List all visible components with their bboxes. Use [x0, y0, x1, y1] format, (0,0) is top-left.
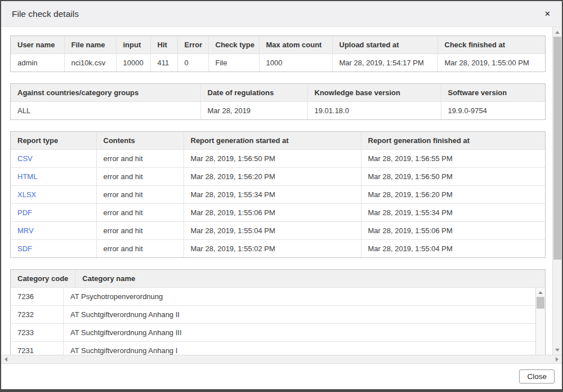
cell-category-code: 7233 — [11, 324, 64, 341]
report-link-sdf[interactable]: SDF — [17, 244, 32, 253]
table-header-row: Report type Contents Report generation s… — [11, 132, 545, 150]
column-header-max-atom-count: Max atom count — [259, 36, 332, 54]
report-link-csv[interactable]: CSV — [17, 154, 33, 163]
column-header-check-finished: Check finished at — [437, 36, 545, 54]
cell-category-name: AT Suchtgiftverordnung Anhang I — [64, 342, 535, 355]
column-header-input: input — [116, 36, 150, 54]
cell-report-finished: Mar 28, 2019, 1:56:55 PM — [361, 150, 545, 168]
cell-report-finished: Mar 28, 2019, 1:55:06 PM — [361, 222, 545, 240]
table-header-row: Against countries/category groups Date o… — [11, 84, 545, 102]
scroll-up-icon[interactable] — [553, 28, 562, 37]
cell-report-finished: Mar 28, 2019, 1:55:04 PM — [361, 240, 545, 258]
category-row: 7233 AT Suchtgiftverordnung Anhang III — [11, 323, 535, 341]
close-icon[interactable]: ✕ — [542, 8, 553, 20]
column-header-category-name: Category name — [75, 270, 545, 287]
cell-category-code: 7231 — [11, 342, 64, 355]
cell-report-started: Mar 28, 2019, 1:55:34 PM — [184, 186, 361, 204]
cell-report-started: Mar 28, 2019, 1:55:02 PM — [184, 240, 361, 258]
cell-report-started: Mar 28, 2019, 1:56:50 PM — [184, 150, 361, 168]
cell-error: 0 — [177, 54, 208, 72]
close-button[interactable]: Close — [519, 369, 555, 384]
column-header-kb-version: Knowledge base version — [307, 84, 441, 102]
cell-contents: error and hit — [96, 240, 184, 258]
cell-contents: error and hit — [96, 222, 184, 240]
cell-sw-version: 19.9.0-9754 — [441, 102, 545, 120]
column-header-user-name: User name — [11, 36, 64, 54]
column-header-hit: Hit — [150, 36, 177, 54]
table-header-row: User name File name input Hit Error Chec… — [11, 36, 545, 54]
dialog-titlebar: File check details ✕ — [1, 1, 562, 27]
cell-category-name: AT Psychotropenverordnung — [64, 288, 535, 305]
column-header-report-type: Report type — [11, 132, 96, 150]
table-row: ALL Mar 28, 2019 19.01.18.0 19.9.0-9754 — [11, 102, 545, 120]
column-header-check-type: Check type — [208, 36, 259, 54]
column-header-upload-started: Upload started at — [332, 36, 437, 54]
cell-report-finished: Mar 28, 2019, 1:55:34 PM — [361, 204, 545, 222]
column-header-error: Error — [177, 36, 208, 54]
report-link-html[interactable]: HTML — [17, 172, 37, 181]
cell-category-code: 7236 — [11, 288, 64, 305]
categories-table: Category code Category name 7236 AT Psyc… — [10, 269, 546, 355]
categories-rows: 7236 AT Psychotropenverordnung 7232 AT S… — [11, 288, 536, 355]
scroll-down-icon[interactable] — [553, 345, 562, 354]
cell-kb-version: 19.01.18.0 — [307, 102, 441, 120]
categories-scrollbar-thumb[interactable] — [537, 297, 544, 309]
category-row: 7232 AT Suchtgiftverordnung Anhang II — [11, 305, 535, 323]
column-header-contents: Contents — [96, 132, 184, 150]
category-row: 7231 AT Suchtgiftverordnung Anhang I — [11, 341, 535, 355]
report-row-mrv: MRV error and hit Mar 28, 2019, 1:55:04 … — [11, 222, 545, 240]
column-header-sw-version: Software version — [441, 84, 545, 102]
cell-category-name: AT Suchtgiftverordnung Anhang III — [64, 324, 535, 341]
cell-category-code: 7232 — [11, 306, 64, 323]
file-check-details-dialog: File check details ✕ User name File name… — [0, 0, 563, 392]
cell-input: 10000 — [116, 54, 150, 72]
cell-report-started: Mar 28, 2019, 1:55:06 PM — [184, 204, 361, 222]
cell-contents: error and hit — [96, 186, 184, 204]
cell-contents: error and hit — [96, 150, 184, 168]
dialog-vertical-scrollbar[interactable] — [552, 27, 562, 355]
cell-upload-started: Mar 28, 2019, 1:54:17 PM — [332, 54, 437, 72]
dialog-body: User name File name input Hit Error Chec… — [1, 27, 562, 355]
cell-category-name: AT Suchtgiftverordnung Anhang II — [64, 306, 535, 323]
column-header-category-code: Category code — [11, 270, 75, 287]
categories-scrollbar[interactable] — [536, 288, 545, 355]
report-row-xlsx: XLSX error and hit Mar 28, 2019, 1:55:34… — [11, 186, 545, 204]
cell-contents: error and hit — [96, 168, 184, 186]
column-header-report-started: Report generation started at — [184, 132, 361, 150]
column-header-regulation-date: Date of regulations — [200, 84, 307, 102]
cell-against-groups: ALL — [11, 102, 200, 120]
report-row-pdf: PDF error and hit Mar 28, 2019, 1:55:06 … — [11, 204, 545, 222]
dialog-title: File check details — [12, 9, 79, 19]
report-row-csv: CSV error and hit Mar 28, 2019, 1:56:50 … — [11, 150, 545, 168]
cell-max-atom-count: 1000 — [259, 54, 332, 72]
scroll-right-icon[interactable] — [556, 357, 558, 362]
dialog-horizontal-scrollbar[interactable] — [1, 355, 562, 364]
column-header-file-name: File name — [64, 36, 116, 54]
table-header-row: Category code Category name — [11, 270, 545, 287]
report-link-mrv[interactable]: MRV — [17, 226, 34, 235]
cell-check-type: File — [208, 54, 259, 72]
report-row-html: HTML error and hit Mar 28, 2019, 1:56:20… — [11, 168, 545, 186]
cell-report-finished: Mar 28, 2019, 1:56:20 PM — [361, 186, 545, 204]
cell-contents: error and hit — [96, 204, 184, 222]
report-link-pdf[interactable]: PDF — [17, 208, 32, 217]
column-header-against-groups: Against countries/category groups — [11, 84, 200, 102]
report-row-sdf: SDF error and hit Mar 28, 2019, 1:55:02 … — [11, 240, 545, 258]
cell-check-finished: Mar 28, 2019, 1:55:00 PM — [437, 54, 545, 72]
vertical-scrollbar-thumb[interactable] — [553, 37, 561, 260]
regulation-info-table: Against countries/category groups Date o… — [10, 83, 546, 120]
categories-table-body: 7236 AT Psychotropenverordnung 7232 AT S… — [11, 287, 545, 355]
dialog-footer: Close — [1, 364, 562, 389]
report-link-xlsx[interactable]: XLSX — [17, 190, 36, 199]
cell-report-finished: Mar 28, 2019, 1:56:50 PM — [361, 168, 545, 186]
cell-regulation-date: Mar 28, 2019 — [200, 102, 307, 120]
check-summary-table: User name File name input Hit Error Chec… — [10, 35, 546, 72]
reports-table: Report type Contents Report generation s… — [10, 131, 546, 258]
cell-report-started: Mar 28, 2019, 1:56:20 PM — [184, 168, 361, 186]
category-row: 7236 AT Psychotropenverordnung — [11, 288, 535, 305]
scroll-up-icon[interactable] — [536, 289, 545, 296]
column-header-report-finished: Report generation finished at — [361, 132, 545, 150]
scroll-left-icon[interactable] — [5, 357, 7, 362]
table-row: admin nci10k.csv 10000 411 0 File 1000 M… — [11, 54, 545, 72]
cell-report-started: Mar 28, 2019, 1:55:04 PM — [184, 222, 361, 240]
